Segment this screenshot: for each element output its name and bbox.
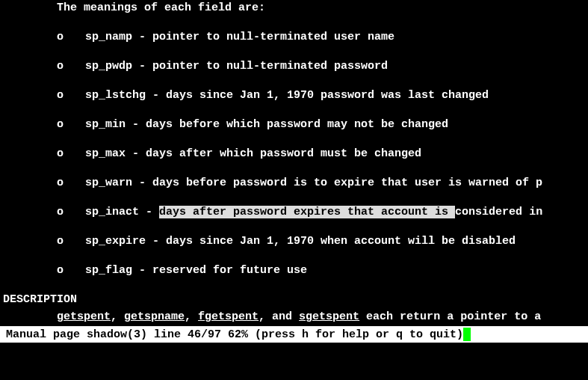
field-item-sp_pwdp: o sp_pwdp - pointer to null-terminated p… (0, 58, 588, 74)
function-fgetspent: fgetspent (198, 310, 259, 323)
field-prefix: sp_max - days after which password must … (85, 147, 421, 160)
field-item-sp_inact: o sp_inact - days after password expires… (0, 204, 588, 220)
bullet-marker: o (57, 88, 85, 103)
description-text: getspent, getspname, fgetspent, and sget… (0, 309, 588, 325)
field-text: sp_max - days after which password must … (85, 146, 421, 162)
field-text: sp_expire - days since Jan 1, 1970 when … (85, 233, 516, 249)
field-text: sp_lstchg - days since Jan 1, 1970 passw… (85, 88, 489, 103)
field-item-sp_min: o sp_min - days before which password ma… (0, 117, 588, 132)
description-rest: each return a pointer to a (359, 310, 541, 323)
section-header-description: DESCRIPTION (0, 292, 588, 307)
separator: , (185, 310, 198, 323)
field-item-sp_expire: o sp_expire - days since Jan 1, 1970 whe… (0, 233, 588, 249)
bottom-padding (0, 343, 588, 365)
field-item-sp_flag: o sp_flag - reserved for future use (0, 263, 588, 278)
bullet-marker: o (57, 58, 85, 74)
field-prefix: sp_warn - days before password is to exp… (85, 177, 542, 189)
field-prefix: sp_inact - (85, 206, 159, 218)
status-text: Manual page shadow(3) line 46/97 62% (pr… (6, 327, 463, 343)
bullet-marker: o (57, 263, 85, 278)
cursor-icon (463, 328, 471, 341)
field-prefix: sp_namp - pointer to null-terminated use… (85, 31, 394, 43)
field-prefix: sp_lstchg - days since Jan 1, 1970 passw… (85, 89, 489, 102)
bullet-marker: o (57, 175, 85, 191)
field-item-sp_warn: o sp_warn - days before password is to e… (0, 175, 588, 191)
field-item-sp_lstchg: o sp_lstchg - days since Jan 1, 1970 pas… (0, 88, 588, 103)
field-text: sp_warn - days before password is to exp… (85, 175, 542, 191)
bullet-marker: o (57, 29, 85, 45)
manpage-content: The meanings of each field are: o sp_nam… (0, 0, 588, 365)
intro-text: The meanings of each field are: (0, 0, 588, 16)
field-text: sp_inact - days after password expires t… (85, 204, 542, 220)
function-getspname: getspname (124, 310, 185, 323)
bullet-marker: o (57, 233, 85, 249)
field-suffix: considered in (455, 206, 542, 218)
bullet-marker: o (57, 204, 85, 220)
field-text: sp_min - days before which password may … (85, 117, 448, 132)
bullet-marker: o (57, 146, 85, 162)
field-text: sp_flag - reserved for future use (85, 263, 307, 278)
field-item-sp_namp: o sp_namp - pointer to null-terminated u… (0, 29, 588, 45)
separator: , (111, 310, 124, 323)
field-text: sp_pwdp - pointer to null-terminated pas… (85, 58, 388, 74)
pager-status-bar[interactable]: Manual page shadow(3) line 46/97 62% (pr… (0, 326, 588, 343)
bullet-marker: o (57, 117, 85, 132)
separator: , and (259, 310, 299, 323)
field-item-sp_max: o sp_max - days after which password mus… (0, 146, 588, 162)
text-selection: days after password expires that account… (159, 206, 455, 218)
field-prefix: sp_flag - reserved for future use (85, 264, 307, 277)
field-prefix: sp_min - days before which password may … (85, 118, 448, 131)
field-prefix: sp_expire - days since Jan 1, 1970 when … (85, 235, 516, 248)
field-prefix: sp_pwdp - pointer to null-terminated pas… (85, 60, 388, 73)
field-text: sp_namp - pointer to null-terminated use… (85, 29, 394, 45)
function-sgetspent: sgetspent (299, 310, 359, 323)
function-getspent: getspent (57, 310, 111, 323)
